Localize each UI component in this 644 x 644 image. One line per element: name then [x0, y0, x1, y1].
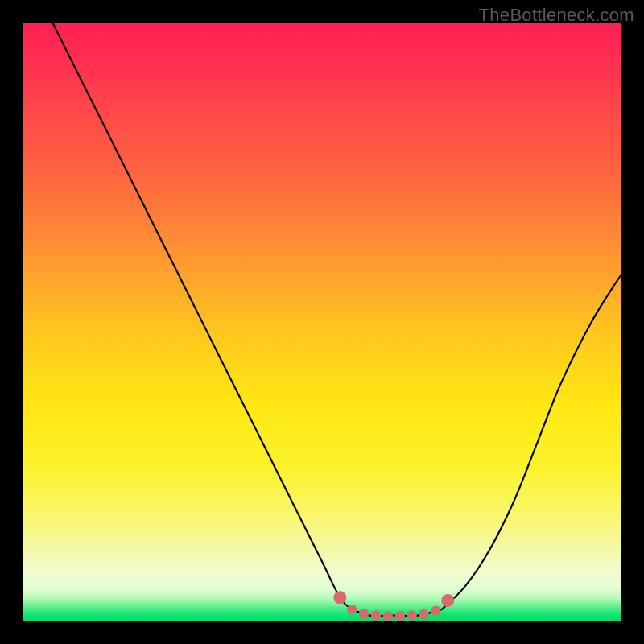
trough-marker	[333, 591, 346, 604]
chart-left-curve	[52, 23, 352, 609]
chart-frame: TheBottleneck.com	[0, 0, 644, 644]
trough-marker	[407, 610, 416, 620]
trough-marker	[419, 609, 428, 619]
trough-marker	[383, 611, 393, 621]
trough-marker	[359, 609, 369, 618]
chart-trough-markers	[333, 591, 454, 621]
watermark-label: TheBottleneck.com	[479, 5, 634, 26]
chart-plot-area	[23, 23, 621, 621]
chart-right-curve	[442, 274, 621, 609]
trough-marker	[347, 605, 357, 614]
trough-marker	[441, 594, 454, 607]
trough-marker	[431, 605, 440, 615]
trough-marker	[371, 610, 381, 620]
chart-svg	[23, 23, 621, 621]
trough-marker	[395, 611, 405, 621]
